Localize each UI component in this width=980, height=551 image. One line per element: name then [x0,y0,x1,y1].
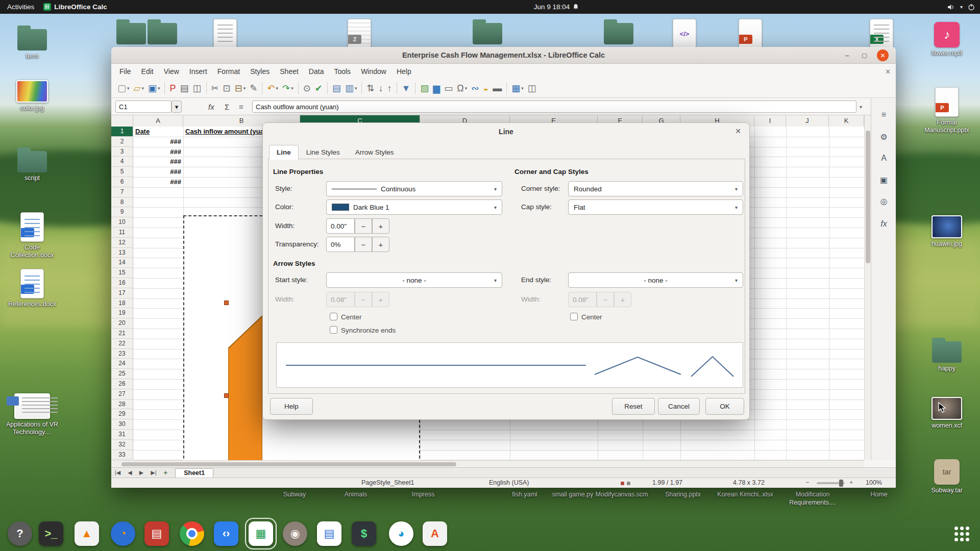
dock-firefox[interactable]: ◔ [109,520,137,547]
row-header-14[interactable]: 14 [111,258,133,268]
toolbar-cut-button[interactable]: ✂ [209,81,221,96]
save-dropdown-icon[interactable]: ▾ [158,86,160,91]
toolbar-split-window-button[interactable]: ◫ [526,81,538,96]
row-header-10[interactable]: 10 [111,217,133,228]
horizontal-scrollbar[interactable] [111,460,864,467]
toolbar-open-button[interactable]: ▱▾ [132,81,146,96]
properties-deck-icon[interactable]: ⚙ [877,130,891,144]
toolbar-insert-image-button[interactable]: ▧ [418,81,431,96]
shape-handle-top-left[interactable] [224,300,229,305]
minimize-button[interactable]: – [841,49,853,61]
select-all-corner[interactable] [111,115,133,127]
toolbar-export-pdf-button[interactable]: P [167,81,178,96]
row-header-3[interactable]: 3 [111,147,133,157]
toolbar-new-button[interactable]: ▢▾ [115,81,132,96]
dock-libreoffice-writer[interactable]: ▤ [315,520,343,547]
ok-button[interactable]: OK [705,398,744,415]
transparency-input[interactable]: 0% [326,237,355,252]
desktop-item-label[interactable]: Sharing.pptx [655,491,711,499]
cell-A5[interactable]: ### [133,167,183,177]
row-header-7[interactable]: 7 [111,187,133,197]
menu-data[interactable]: Data [304,64,329,79]
dock-chrome[interactable] [178,520,206,547]
undo-dropdown-icon[interactable]: ▾ [276,86,279,91]
sidebar-settings-icon[interactable]: ≡ [877,108,891,121]
menu-view[interactable]: View [159,64,184,79]
help-button[interactable]: Help [270,398,313,415]
color-dropdown[interactable]: Dark Blue 1 ▾ [326,199,502,215]
function-wizard-icon[interactable]: fx [208,101,214,113]
row-header-28[interactable]: 28 [111,399,133,410]
name-box-dropdown[interactable]: ▾ [172,101,182,113]
insert-column-dropdown-icon[interactable]: ▾ [355,86,357,91]
toolbar-sort-descending-button[interactable]: ↑ [385,81,394,96]
desktop-item[interactable] [590,19,647,44]
zoom-percent[interactable]: 100% [866,478,882,488]
menu-sheet[interactable]: Sheet [275,64,304,79]
row-header-30[interactable]: 30 [111,419,133,430]
desktop-item-references-docx[interactable]: References.docx [4,269,61,308]
orange-shape[interactable] [228,316,262,460]
column-header-I[interactable]: I [754,115,786,127]
desktop-item-women-xcf[interactable]: women.xcf [918,397,975,430]
toolbar-comment-button[interactable]: ◒ [481,81,491,96]
last-sheet-icon[interactable]: ▶| [147,469,160,476]
row-header-6[interactable]: 6 [111,177,133,187]
equals-icon[interactable]: = [239,101,243,113]
dock-document-viewer[interactable]: ▤ [143,520,170,547]
column-header-J[interactable]: J [786,115,829,127]
row-header-1[interactable]: 1 [111,127,133,137]
toolbar-sort-ascending-button[interactable]: ↓ [377,81,385,96]
menu-insert[interactable]: Insert [184,64,212,79]
desktop-item-label[interactable]: Subway [266,491,323,499]
row-header-2[interactable]: 2 [111,137,133,147]
toolbar-save-button[interactable]: ▣▾ [146,81,162,96]
maximize-button[interactable]: ▢ [859,49,870,61]
desktop-item[interactable]: </> [656,19,713,48]
desktop-item-applications-of-vr-technology-[interactable]: Applications of VR Technology.... [4,393,61,436]
desktop-item[interactable] [197,19,254,48]
cell-A6[interactable]: ### [133,177,183,187]
toolbar-hyperlink-button[interactable]: ∾ [469,81,481,96]
row-header-25[interactable]: 25 [111,369,133,379]
row-header-29[interactable]: 29 [111,409,133,419]
next-sheet-icon[interactable]: ▶ [136,469,147,476]
vertical-scrollbar[interactable] [864,115,871,460]
center-start-checkbox[interactable] [330,313,337,320]
toolbar-paste-button[interactable]: ⊟▾ [233,81,248,96]
desktop-item-label[interactable]: Modifycanvas.scm [594,491,650,499]
desktop-item-label[interactable]: small game.py [545,491,601,499]
menu-help[interactable]: Help [391,64,416,79]
cell-A1[interactable]: Date [133,127,183,137]
dock-gimp[interactable]: ◉ [281,520,309,547]
gallery-deck-icon[interactable]: ▣ [877,173,891,187]
desktop-item-huawei-jpg[interactable]: huawei.jpg [918,215,975,248]
row-header-8[interactable]: 8 [111,197,133,208]
focused-app-indicator[interactable]: LibreOffice Calc [43,3,107,11]
tab-line-styles[interactable]: Line Styles [299,145,348,160]
add-sheet-button[interactable]: + [160,469,172,477]
desktop-item-label[interactable]: Impress [395,491,451,499]
row-header-21[interactable]: 21 [111,329,133,339]
corner-style-dropdown[interactable]: Rounded ▾ [568,181,743,196]
toolbar-sort-button[interactable]: ⇅ [364,81,376,96]
row-header-16[interactable]: 16 [111,278,133,288]
horizontal-scrollbar-thumb[interactable] [121,462,456,466]
paste-dropdown-icon[interactable]: ▾ [243,86,246,91]
toolbar-special-character-button[interactable]: Ω▾ [455,81,469,96]
cap-style-dropdown[interactable]: Flat ▾ [568,199,743,215]
cancel-button[interactable]: Cancel [658,398,700,415]
dock-browser[interactable]: ◕ [387,520,415,547]
desktop-item-subway-tar[interactable]: tarSubway.tar [918,459,975,494]
row-header-4[interactable]: 4 [111,157,133,167]
row-header-15[interactable]: 15 [111,268,133,278]
menu-edit[interactable]: Edit [136,64,159,79]
width-increment-button[interactable]: + [372,218,389,234]
freeze-panes-dropdown-icon[interactable]: ▾ [521,86,524,91]
desktop-item[interactable] [134,19,191,44]
dock-vlc[interactable]: ▲ [73,520,101,547]
desktop-item-label[interactable]: Home [851,491,907,499]
dock-terminal-alt[interactable]: $ [350,520,378,547]
zoom-in-icon[interactable]: + [849,478,853,488]
desktop-item-color-jpg[interactable]: color.jpg [4,80,61,112]
